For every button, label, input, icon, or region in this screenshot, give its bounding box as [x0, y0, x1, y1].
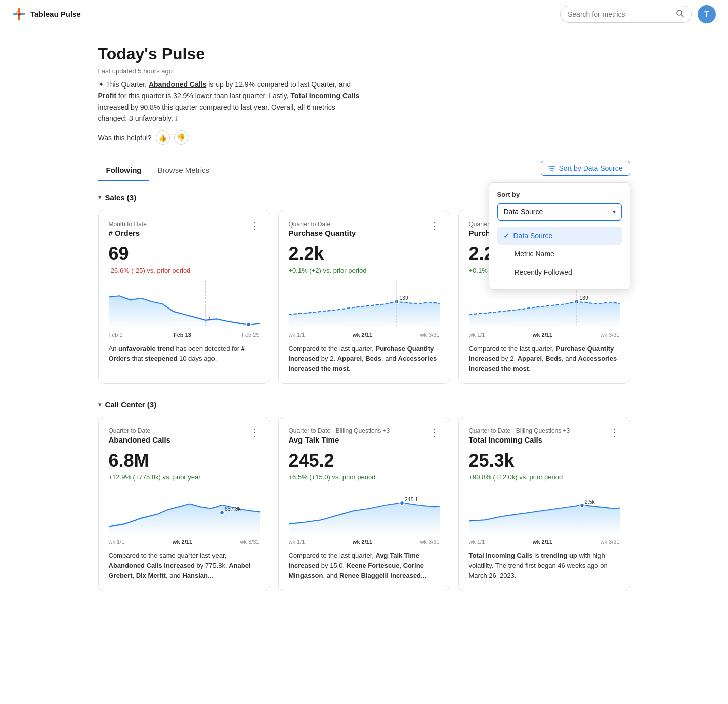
card-purchase-qty-1-name: Purchase Quantity	[289, 229, 356, 237]
card-purchase-qty-1: Quarter to Date Purchase Quantity ⋮ 2.2k…	[278, 210, 450, 384]
label-wk211-4: wk 2/11	[353, 539, 372, 545]
card-total-incoming-calls-chart: 2.5k	[469, 487, 620, 533]
svg-point-8	[246, 322, 251, 326]
svg-point-5	[18, 13, 21, 16]
label-wk11-3: wk 1/1	[109, 539, 125, 545]
card-total-incoming-calls-name: Total Incoming Calls	[469, 435, 570, 444]
sort-option-recently-followed-label: Recently Followed	[515, 268, 572, 276]
card-abandoned-calls-header: Quarter to Date Abandoned Calls ⋮	[109, 427, 260, 444]
total-incoming-calls-link[interactable]: Total Incoming Calls	[291, 92, 360, 100]
avatar[interactable]: T	[698, 5, 716, 23]
sort-button-label: Sort by Data Source	[559, 164, 622, 172]
section-call-center-header[interactable]: ▾ Call Center (3)	[98, 400, 630, 409]
card-orders-more-button[interactable]: ⋮	[249, 221, 260, 231]
last-updated: Last updated 5 hours ago	[98, 67, 630, 75]
card-orders: Month to Date # Orders ⋮ 69 -26.6% (-25)…	[98, 210, 270, 384]
sort-select-wrapper: Data Source Metric Name Recently Followe…	[497, 203, 622, 221]
card-purchase-qty-1-change: +0.1% (+2) vs. prior period	[289, 267, 440, 274]
thumbs-up-button[interactable]: 👍	[156, 130, 170, 145]
card-orders-period: Month to Date	[109, 221, 147, 228]
label-wk331-3: wk 3/31	[240, 539, 260, 545]
collapse-icon-call-center: ▾	[98, 401, 101, 408]
card-avg-talk-time-period: Quarter to Date - Billing Questions +3	[289, 427, 390, 434]
card-avg-talk-time: Quarter to Date - Billing Questions +3 A…	[278, 417, 450, 591]
thumbs-down-button[interactable]: 👎	[174, 130, 188, 145]
section-sales-label: Sales (3)	[105, 193, 137, 202]
card-avg-talk-time-value: 245.2	[289, 450, 440, 471]
card-avg-talk-time-chart-labels: wk 1/1 wk 2/11 wk 3/31	[289, 539, 440, 545]
card-abandoned-calls-name: Abandoned Calls	[109, 435, 171, 444]
card-total-incoming-calls-value: 25.3k	[469, 450, 620, 471]
card-orders-chart: 1	[109, 280, 260, 326]
pulse-summary: ✦ This Quarter, Abandoned Calls is up by…	[98, 79, 361, 124]
app-header: Tableau Pulse T	[0, 0, 728, 28]
label-feb29: Feb 29	[242, 332, 259, 338]
page-title: Today's Pulse	[98, 45, 630, 63]
label-wk211: wk 2/11	[353, 332, 372, 338]
card-purchase-qty-1-chart-labels: wk 1/1 wk 2/11 wk 3/31	[289, 332, 440, 338]
sort-option-recently-followed-item[interactable]: Recently Followed	[497, 263, 622, 281]
sort-option-metric-name-item[interactable]: Metric Name	[497, 245, 622, 263]
card-total-incoming-calls-more-button[interactable]: ⋮	[610, 427, 620, 437]
card-abandoned-calls-insight: Compared to the same quarter last year, …	[109, 551, 260, 581]
card-abandoned-calls-change: +12.9% (+775.8k) vs. prior year	[109, 473, 260, 481]
label-wk331-5: wk 3/31	[601, 539, 620, 545]
sort-by-data-source-button[interactable]: Sort by Data Source	[541, 161, 630, 176]
tab-following[interactable]: Following	[98, 161, 150, 181]
card-total-incoming-calls-header: Quarter to Date - Billing Questions +3 T…	[469, 427, 620, 444]
label-wk11-5: wk 1/1	[469, 539, 485, 545]
card-purchase-qty-1-insight: Compared to the last quarter, Purchase Q…	[289, 344, 440, 374]
label-wk331-2: wk 3/31	[601, 332, 620, 338]
svg-text:245.1: 245.1	[404, 496, 418, 502]
collapse-icon-sales: ▾	[98, 194, 101, 201]
card-purchase-qty-2-chart-labels: wk 1/1 wk 2/11 wk 3/31	[469, 332, 620, 338]
card-purchase-qty-1-period: Quarter to Date	[289, 221, 356, 228]
svg-text:2.5k: 2.5k	[584, 498, 595, 504]
svg-text:657.3k: 657.3k	[224, 506, 240, 512]
tableau-logo-icon	[12, 7, 26, 21]
sort-dropdown: Sort by Data Source Metric Name Recently…	[489, 182, 630, 290]
profit-link[interactable]: Profit	[98, 92, 117, 100]
tab-browse-metrics[interactable]: Browse Metrics	[149, 161, 218, 181]
card-avg-talk-time-header: Quarter to Date - Billing Questions +3 A…	[289, 427, 440, 444]
label-wk11: wk 1/1	[289, 332, 305, 338]
card-orders-chart-labels: Feb 1 Feb 13 Feb 29	[109, 332, 260, 338]
label-wk331: wk 3/31	[420, 332, 440, 338]
logo: Tableau Pulse	[12, 7, 81, 21]
card-purchase-qty-1-more-button[interactable]: ⋮	[430, 221, 440, 231]
card-orders-value: 69	[109, 243, 260, 265]
check-icon: ✓	[503, 232, 509, 240]
card-orders-change: -26.6% (-25) vs. prior period	[109, 267, 260, 274]
card-total-incoming-calls-chart-labels: wk 1/1 wk 2/11 wk 3/31	[469, 539, 620, 545]
label-wk211-5: wk 2/11	[533, 539, 552, 545]
sort-option-data-source-item[interactable]: ✓ Data Source	[497, 227, 622, 245]
info-icon[interactable]: ℹ	[175, 115, 178, 122]
sort-option-metric-name-label: Metric Name	[515, 250, 554, 258]
label-wk331-4: wk 3/31	[420, 539, 440, 545]
sort-select[interactable]: Data Source Metric Name Recently Followe…	[497, 203, 622, 221]
abandoned-calls-link[interactable]: Abandoned Calls	[149, 80, 206, 89]
call-center-cards-grid: Quarter to Date Abandoned Calls ⋮ 6.8M +…	[98, 417, 630, 591]
search-bar[interactable]	[560, 6, 692, 23]
card-abandoned-calls-more-button[interactable]: ⋮	[249, 427, 260, 437]
sort-by-label: Sort by	[497, 191, 622, 198]
card-abandoned-calls-chart-labels: wk 1/1 wk 2/11 wk 3/31	[109, 539, 260, 545]
search-input[interactable]	[568, 10, 672, 18]
header-right: T	[560, 5, 716, 23]
svg-text:139: 139	[579, 295, 588, 301]
tabs-bar: Following Browse Metrics Sort by Data So…	[98, 161, 630, 181]
ai-sparkle-icon: ✦	[98, 80, 104, 89]
label-wk11-2: wk 1/1	[469, 332, 485, 338]
card-avg-talk-time-insight: Compared to the last quarter, Avg Talk T…	[289, 551, 440, 581]
label-wk11-4: wk 1/1	[289, 539, 305, 545]
card-avg-talk-time-more-button[interactable]: ⋮	[430, 427, 440, 437]
tabs: Following Browse Metrics	[98, 161, 218, 181]
card-purchase-qty-1-header: Quarter to Date Purchase Quantity ⋮	[289, 221, 440, 237]
card-total-incoming-calls-change: +90.8% (+12.0k) vs. prior period	[469, 473, 620, 481]
card-abandoned-calls-value: 6.8M	[109, 450, 260, 471]
card-abandoned-calls: Quarter to Date Abandoned Calls ⋮ 6.8M +…	[98, 417, 270, 591]
helpful-label: Was this helpful?	[98, 134, 152, 142]
label-wk211-2: wk 2/11	[533, 332, 552, 338]
label-wk211-3: wk 2/11	[173, 539, 192, 545]
main-content: Today's Pulse Last updated 5 hours ago ✦…	[86, 28, 643, 607]
